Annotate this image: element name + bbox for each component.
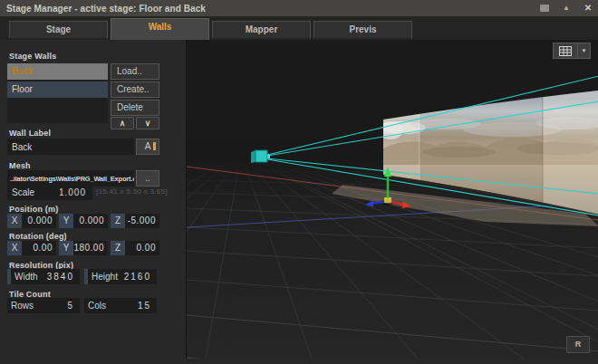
- tab-walls[interactable]: Walls: [111, 18, 209, 40]
- create-button[interactable]: Create..: [111, 81, 159, 98]
- viewport-toolbar: ▼: [553, 43, 591, 59]
- tab-stage[interactable]: Stage: [9, 21, 108, 38]
- tab-bar: Stage Walls Mapper Previs: [0, 16, 598, 40]
- tab-mapper[interactable]: Mapper: [212, 21, 311, 38]
- chevron-up-icon: ∧: [120, 119, 126, 128]
- position-heading: Position (m): [9, 205, 58, 214]
- position-z-field[interactable]: Z-5.000: [111, 214, 159, 228]
- move-down-button[interactable]: ∨: [136, 117, 159, 129]
- dropdown-arrow-icon: ▼: [582, 48, 587, 53]
- stage-walls-list: Back Floor: [7, 63, 108, 123]
- resolution-height-field[interactable]: Height2160: [84, 269, 157, 284]
- resolution-width-field[interactable]: Width3840: [7, 269, 80, 284]
- wall-settings-panel: Stage Walls Back Floor Load.. Create.. D…: [0, 40, 186, 364]
- grid-options-dropdown[interactable]: ▼: [578, 43, 591, 59]
- maximize-icon: [540, 5, 549, 12]
- position-x-field[interactable]: X0.000: [7, 214, 56, 228]
- wall-label-input[interactable]: [7, 139, 134, 155]
- scale-value: 1.000: [59, 186, 86, 200]
- maximize-button[interactable]: [538, 2, 551, 14]
- grid-icon: [559, 46, 572, 56]
- stage-walls-label: Stage Walls: [9, 52, 56, 61]
- resolution-row: Width3840 Height2160: [7, 269, 159, 284]
- tile-rows-field[interactable]: Rows5: [7, 298, 80, 313]
- close-icon: ✕: [584, 4, 592, 13]
- rotation-heading: Rotation (deg): [9, 232, 67, 241]
- camera-gizmo[interactable]: [251, 150, 270, 163]
- position-y-field[interactable]: Y0.000: [59, 214, 108, 228]
- auto-label-button[interactable]: A: [136, 139, 159, 155]
- titlebar[interactable]: Stage Manager - active stage: Floor and …: [0, 0, 598, 16]
- mesh-bounds-readout: [15.41 x 5.50 x 3.65]: [96, 187, 168, 196]
- tile-count-row: Rows5 Cols15: [7, 298, 159, 313]
- mesh-path-input[interactable]: [7, 170, 134, 187]
- list-item-back[interactable]: Back: [7, 63, 108, 80]
- rotation-y-field[interactable]: Y180.00: [59, 241, 108, 255]
- viewport-3d[interactable]: ▼ R: [186, 40, 598, 359]
- stage-manager-window: Stage Manager - active stage: Floor and …: [0, 0, 598, 364]
- tile-cols-field[interactable]: Cols15: [84, 298, 157, 313]
- position-row: X0.000 Y0.000 Z-5.000: [7, 214, 159, 228]
- list-item-floor[interactable]: Floor: [7, 81, 108, 98]
- chevron-down-icon: ∨: [145, 119, 151, 128]
- scale-label: Scale: [7, 187, 34, 197]
- browse-mesh-button[interactable]: ..: [136, 170, 159, 187]
- mesh-heading: Mesh: [9, 161, 31, 170]
- reset-view-button[interactable]: R: [566, 336, 590, 353]
- wall-label-heading: Wall Label: [9, 129, 51, 138]
- minimize-triangle-icon: ▲: [563, 5, 570, 12]
- auto-label-cursor-icon: [153, 142, 156, 150]
- move-up-button[interactable]: ∧: [111, 117, 134, 129]
- rotation-row: X0.00 Y180.00 Z0.00: [7, 241, 159, 255]
- minimize-button[interactable]: ▲: [560, 2, 573, 14]
- tab-previs[interactable]: Previs: [313, 21, 412, 38]
- close-button[interactable]: ✕: [582, 2, 594, 14]
- rotation-z-field[interactable]: Z0.00: [111, 241, 159, 255]
- delete-button[interactable]: Delete: [111, 100, 159, 116]
- rotation-x-field[interactable]: X0.00: [7, 241, 56, 255]
- scale-field[interactable]: Scale 1.000: [7, 186, 92, 200]
- load-button[interactable]: Load..: [111, 63, 159, 80]
- grid-overlay-button[interactable]: [553, 43, 578, 59]
- window-title: Stage Manager - active stage: Floor and …: [0, 4, 206, 14]
- 3d-scene: [187, 40, 598, 359]
